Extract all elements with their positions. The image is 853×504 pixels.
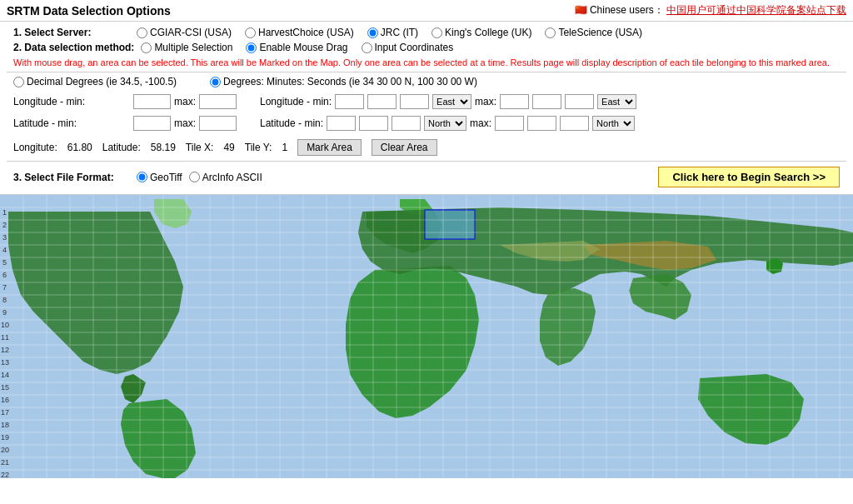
- svg-text:12: 12: [1, 346, 9, 354]
- lon-min-min[interactable]: [367, 94, 397, 109]
- format-section: 3. Select File Format: GeoTiff ArcInfo A…: [13, 172, 262, 183]
- dms-label: Degrees: Minutes: Seconds (ie 34 30 00 N…: [223, 76, 477, 87]
- svg-text:3: 3: [2, 233, 7, 242]
- server-cgiar-radio[interactable]: [137, 27, 147, 38]
- svg-text:6: 6: [2, 271, 7, 279]
- method-mouse-radio[interactable]: [246, 42, 257, 53]
- method-section: 2. Data selection method: Multiple Selec…: [7, 40, 846, 55]
- dms-mode[interactable]: Degrees: Minutes: Seconds (ie 34 30 00 N…: [210, 76, 477, 87]
- chinese-label: 🇨🇳 Chinese users：: [575, 4, 664, 16]
- svg-text:9: 9: [2, 308, 7, 317]
- tile-x-value: 49: [223, 142, 234, 153]
- clear-area-button[interactable]: Clear Area: [372, 139, 437, 156]
- svg-text:8: 8: [2, 296, 7, 304]
- svg-text:5: 5: [2, 258, 7, 267]
- method-radio-group: Multiple Selection Enable Mouse Drag Inp…: [141, 42, 453, 53]
- lat-max-min[interactable]: [527, 116, 556, 131]
- lon-max-min[interactable]: [532, 94, 561, 109]
- method-multiple-radio[interactable]: [141, 42, 152, 53]
- method-multiple-label: Multiple Selection: [154, 42, 232, 53]
- coord-mode-section: Decimal Degrees (ie 34.5, -100.5) Degree…: [7, 74, 846, 89]
- lon-min-deg[interactable]: [335, 94, 364, 109]
- server-harvest[interactable]: HarvestChoice (USA): [245, 27, 354, 38]
- svg-text:20: 20: [1, 446, 9, 454]
- lat-min-decimal[interactable]: [133, 116, 171, 131]
- server-harvest-label: HarvestChoice (USA): [258, 27, 354, 38]
- tile-y-value: 1: [282, 142, 287, 153]
- tile-x-label: Tile X:: [186, 142, 214, 153]
- mark-area-button[interactable]: Mark Area: [297, 139, 362, 156]
- server-jrc-label: JRC (IT): [381, 27, 418, 38]
- lon-max-deg[interactable]: [500, 94, 529, 109]
- server-kings[interactable]: King's College (UK): [431, 27, 531, 38]
- search-button[interactable]: Click here to Begin Search >>: [658, 167, 840, 187]
- svg-text:4: 4: [2, 246, 7, 254]
- longitude-min-label: Longitude - min:: [13, 96, 130, 107]
- page-title: SRTM Data Selection Options: [7, 4, 171, 17]
- server-cgiar-label: CGIAR-CSI (USA): [150, 27, 232, 38]
- bottom-info-row: Longitute: 61.80 Latitude: 58.19 Tile X:…: [7, 136, 846, 159]
- server-jrc[interactable]: JRC (IT): [367, 27, 418, 38]
- server-tela-label: TeleScience (USA): [558, 27, 642, 38]
- svg-text:7: 7: [2, 283, 7, 292]
- server-jrc-radio[interactable]: [367, 27, 378, 38]
- tile-y-label: Tile Y:: [245, 142, 272, 153]
- format-geotiff-radio[interactable]: [137, 172, 147, 182]
- server-kings-radio[interactable]: [431, 27, 442, 38]
- format-arcinfo-radio[interactable]: [189, 172, 200, 182]
- method-mouse[interactable]: Enable Mouse Drag: [246, 42, 347, 53]
- lat-min-deg[interactable]: [327, 116, 356, 131]
- format-arcinfo[interactable]: ArcInfo ASCII: [189, 172, 262, 183]
- lon-max-ew[interactable]: East West: [597, 94, 636, 109]
- lon-max-sec[interactable]: [565, 94, 594, 109]
- format-search-row: 3. Select File Format: GeoTiff ArcInfo A…: [7, 163, 846, 191]
- longitude-row: Longitude - min: max: Longitude - min: E…: [7, 92, 846, 111]
- lat-max-ns[interactable]: North South: [592, 116, 635, 131]
- svg-rect-1: [425, 210, 475, 239]
- server-cgiar[interactable]: CGIAR-CSI (USA): [137, 27, 232, 38]
- lon-min-ew[interactable]: East West: [432, 94, 471, 109]
- server-tela-radio[interactable]: [545, 27, 556, 38]
- world-map[interactable]: 1 2 3 4 5 6 7 8 9 10 11 12 13 14 15 16 1…: [0, 195, 853, 478]
- lat-min-ns[interactable]: North South: [424, 116, 466, 131]
- method-input-radio[interactable]: [362, 42, 372, 53]
- longitude-value: 61.80: [67, 142, 92, 153]
- svg-text:22: 22: [1, 471, 9, 478]
- server-harvest-radio[interactable]: [245, 27, 256, 38]
- server-tela[interactable]: TeleScience (USA): [545, 27, 642, 38]
- svg-text:11: 11: [1, 333, 9, 342]
- method-input-label: Input Coordinates: [375, 42, 454, 53]
- lon-min-decimal[interactable]: [133, 94, 171, 109]
- map-container[interactable]: 1 2 3 4 5 6 7 8 9 10 11 12 13 14 15 16 1…: [0, 195, 853, 478]
- chinese-link[interactable]: 中国用户可通过中国科学院备案站点下载: [666, 4, 846, 16]
- lon-min-label2: Longitude - min:: [260, 96, 332, 107]
- dms-radio[interactable]: [210, 77, 221, 87]
- server-section: 1. Select Server: CGIAR-CSI (USA) Harves…: [7, 25, 846, 40]
- lat-max-sec[interactable]: [560, 116, 589, 131]
- format-geotiff[interactable]: GeoTiff: [137, 172, 182, 183]
- decimal-radio[interactable]: [13, 77, 24, 87]
- lat-min-sec[interactable]: [392, 116, 421, 131]
- decimal-label: Decimal Degrees (ie 34.5, -100.5): [27, 76, 177, 87]
- format-label: 3. Select File Format:: [13, 172, 130, 183]
- method-multiple[interactable]: Multiple Selection: [141, 42, 232, 53]
- svg-text:15: 15: [1, 383, 9, 392]
- format-arcinfo-label: ArcInfo ASCII: [202, 172, 262, 183]
- lat-max-decimal[interactable]: [199, 116, 237, 131]
- lon-max-decimal[interactable]: [199, 94, 237, 109]
- lon-max-label2: max:: [475, 96, 496, 107]
- latitude-row: Latitude - min: max: Latitude - min: Nor…: [7, 114, 846, 132]
- method-label: 2. Data selection method:: [13, 42, 134, 53]
- lat-min-label2: Latitude - min:: [260, 117, 323, 129]
- decimal-mode[interactable]: Decimal Degrees (ie 34.5, -100.5): [13, 76, 177, 87]
- latitude-value: 58.19: [151, 142, 176, 153]
- lon-min-sec[interactable]: [400, 94, 429, 109]
- chinese-users: 🇨🇳 Chinese users： 中国用户可通过中国科学院备案站点下载: [575, 3, 846, 17]
- method-input[interactable]: Input Coordinates: [362, 42, 454, 53]
- svg-text:2: 2: [2, 221, 7, 229]
- lat-max-deg[interactable]: [495, 116, 524, 131]
- lat-min-min[interactable]: [359, 116, 388, 131]
- lat-max-label2: max:: [470, 117, 491, 129]
- svg-text:17: 17: [1, 408, 9, 417]
- latitude-min-label: Latitude - min:: [13, 117, 130, 129]
